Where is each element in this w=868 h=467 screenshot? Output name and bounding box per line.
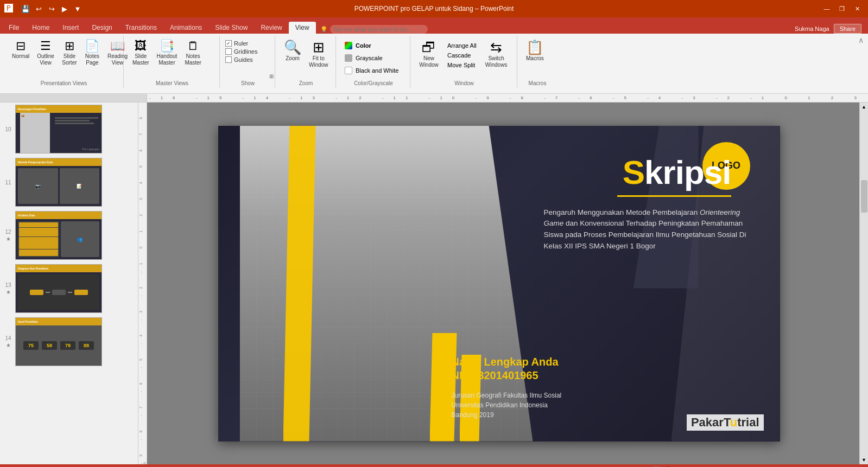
- macros-button[interactable]: 📋 Macros: [523, 38, 547, 64]
- start-presentation-button[interactable]: ▶: [59, 3, 71, 15]
- slide-thumb-10: Rancangan Penelitian 📦 Pro Lapangan: [15, 105, 102, 153]
- tab-file[interactable]: File: [2, 22, 26, 34]
- minimize-button[interactable]: —: [820, 3, 833, 14]
- notes-page-icon: 📄: [85, 40, 99, 52]
- new-window-button[interactable]: 🗗 NewWindow: [416, 38, 442, 71]
- nim-text: NIM: 3201401965: [452, 369, 750, 382]
- macros-group: 📋 Macros Macros: [518, 36, 556, 88]
- customize-qa-button[interactable]: ▼: [72, 3, 84, 15]
- vertical-scrollbar[interactable]: ▲ ▼: [859, 103, 868, 464]
- zoom-label: Zoom: [276, 79, 335, 88]
- guides-checkbox[interactable]: Guides: [225, 56, 257, 63]
- fit-to-window-button[interactable]: ⊞ Fit toWindow: [306, 38, 332, 71]
- window-controls: — ❐ ✕: [820, 3, 864, 14]
- gridlines-checkbox-box: [225, 48, 232, 55]
- bw-dot-icon: [345, 67, 352, 74]
- tab-review[interactable]: Review: [254, 22, 288, 34]
- tab-home[interactable]: Home: [26, 22, 56, 34]
- tab-view[interactable]: View: [289, 22, 316, 34]
- show-expand-button[interactable]: ⊞: [269, 73, 274, 79]
- status-bar: Slide 1 of 19 Indonesian 📝 Notes 💬 Comme…: [0, 464, 868, 467]
- slide-canvas-wrapper: LOGO Skripsi Pengaruh Menggunakan Metode…: [149, 113, 848, 453]
- slide-title: Skripsi: [623, 153, 731, 191]
- ruler-marks: -16 -15 -14 -13 -12 -11 -10 -9 -8 -7 -6 …: [149, 95, 868, 100]
- master-views-label: Master Views: [125, 79, 219, 88]
- macros-label: Macros: [518, 79, 556, 88]
- ruler-corner: [0, 94, 147, 102]
- scroll-thumb[interactable]: [861, 180, 867, 213]
- tab-transitions[interactable]: Transitions: [119, 22, 163, 34]
- grayscale-option[interactable]: Grayscale: [341, 53, 402, 63]
- horizontal-ruler: -16 -15 -14 -13 -12 -11 -10 -9 -8 -7 -6 …: [0, 94, 868, 103]
- ribbon: File Home Insert Design Transitions Anim…: [0, 17, 868, 94]
- cascade-button[interactable]: Cascade: [444, 51, 480, 60]
- arrange-all-button[interactable]: Arrange All: [444, 41, 480, 50]
- save-button[interactable]: 💾: [20, 3, 31, 15]
- share-button[interactable]: Share: [834, 24, 861, 34]
- zoom-icon: 🔍: [284, 40, 301, 54]
- canvas-area: -9 -8 -7 -6 -5 -4 -3 -2 -1 0 1 2 3 4 5 6…: [138, 103, 868, 464]
- window-group: 🗗 NewWindow Arrange All Cascade Move Spl…: [411, 36, 517, 88]
- grayscale-dot-icon: [345, 54, 352, 62]
- slide-item-14[interactable]: 14 ★ Hasil Penelitian 75 58: [0, 315, 138, 368]
- slide-thumb-12: Analisis Data 👥: [15, 211, 102, 260]
- scroll-down-button[interactable]: ▼: [860, 456, 868, 464]
- move-split-button[interactable]: Move Split: [444, 61, 480, 69]
- reading-view-icon: 📖: [110, 40, 125, 52]
- notes-page-button[interactable]: 📄 NotesPage: [81, 38, 103, 68]
- color-option[interactable]: Color: [341, 40, 402, 51]
- slide-thumb-13: Diagram Alur Penelitian: [15, 264, 102, 313]
- scroll-up-button[interactable]: ▲: [860, 103, 868, 111]
- institution-text: Jurusan Geografi Fakultas Ilmu Sosial Un…: [452, 391, 693, 420]
- slide-sorter-icon: ⊞: [65, 40, 74, 52]
- normal-view-button[interactable]: ⊟ Normal: [9, 38, 33, 62]
- zoom-button[interactable]: 🔍 Zoom: [281, 38, 305, 64]
- tab-design[interactable]: Design: [85, 22, 118, 34]
- slide-title-s: S: [623, 153, 644, 191]
- window-small-buttons: Arrange All Cascade Move Split: [444, 38, 480, 69]
- star-mark-14: ★: [6, 342, 11, 348]
- slide-canvas[interactable]: LOGO Skripsi Pengaruh Menggunakan Metode…: [218, 126, 780, 442]
- institution-line-3: Bandung 2019: [452, 410, 693, 420]
- quick-access-toolbar: 💾 ↩ ↪ ▶ ▼: [20, 3, 84, 15]
- institution-line-1: Jurusan Geografi Fakultas Ilmu Sosial: [452, 391, 693, 400]
- black-white-option[interactable]: Black and White: [341, 65, 402, 76]
- redo-button[interactable]: ↪: [46, 3, 58, 15]
- main-layout: 10 Rancangan Penelitian 📦 Pro Lapanga: [0, 103, 868, 464]
- color-grayscale-label: Color/Grayscale: [337, 79, 410, 88]
- switch-windows-button[interactable]: ⇆ SwitchWindows: [482, 38, 511, 71]
- color-grayscale-group: Color Grayscale Black and White Color/Gr…: [337, 36, 410, 88]
- slide-sorter-button[interactable]: ⊞ SlideSorter: [59, 38, 80, 68]
- slide-num-12: 12 ★: [4, 229, 12, 242]
- slide-item-10[interactable]: 10 Rancangan Penelitian 📦 Pro Lapanga: [0, 103, 138, 156]
- slide-num-10: 10: [4, 126, 12, 132]
- slide-master-button[interactable]: 🖼 SlideMaster: [129, 38, 153, 68]
- close-button[interactable]: ✕: [851, 3, 864, 14]
- ribbon-collapse-button[interactable]: ∧: [858, 36, 864, 44]
- powerpoint-logo-icon: 🅿: [4, 4, 13, 14]
- slide-item-12[interactable]: 12 ★ Analisis Data 👥: [0, 209, 138, 262]
- brand-watermark: PakarTutrial: [687, 414, 764, 431]
- outline-view-button[interactable]: ☰ OutlineView: [34, 38, 58, 68]
- handout-master-button[interactable]: 📑 HandoutMaster: [154, 38, 181, 68]
- star-mark-12: ★: [6, 236, 11, 242]
- slide-item-11[interactable]: 11 Metode Pengumpulan Data 📷 📝: [0, 156, 138, 209]
- title-underline: [617, 195, 731, 197]
- presentation-views-group: ⊟ Normal ☰ OutlineView ⊞ SlideSorter 📄 N…: [4, 36, 124, 88]
- title-bar-left: 🅿 💾 ↩ ↪ ▶ ▼: [4, 3, 84, 15]
- gridlines-checkbox[interactable]: Gridlines: [225, 48, 257, 55]
- tab-animations[interactable]: Animations: [163, 22, 208, 34]
- notes-master-button[interactable]: 🗒 NotesMaster: [181, 38, 205, 68]
- ruler-checkbox[interactable]: Ruler: [225, 40, 257, 47]
- tab-slideshow[interactable]: Slide Show: [208, 22, 254, 34]
- slide-item-13[interactable]: 13 ★ Diagram Alur Penelitian: [0, 262, 138, 315]
- switch-windows-icon: ⇆: [490, 40, 502, 54]
- fit-to-window-icon: ⊞: [313, 40, 325, 54]
- vertical-ruler: -9 -8 -7 -6 -5 -4 -3 -2 -1 0 1 2 3 4 5 6…: [138, 103, 147, 464]
- ribbon-content: ⊟ Normal ☰ OutlineView ⊞ SlideSorter 📄 N…: [0, 34, 868, 93]
- tab-insert[interactable]: Insert: [56, 22, 85, 34]
- tell-me-input[interactable]: [330, 25, 428, 34]
- normal-view-icon: ⊟: [16, 40, 26, 52]
- restore-button[interactable]: ❐: [835, 3, 848, 14]
- undo-button[interactable]: ↩: [33, 3, 45, 15]
